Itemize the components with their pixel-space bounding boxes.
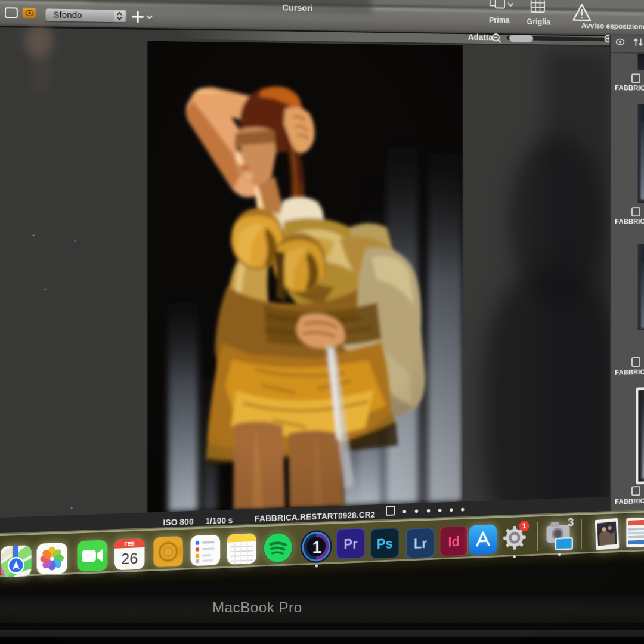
svg-text:Id: Id	[448, 534, 460, 550]
svg-text:26: 26	[121, 549, 138, 568]
svg-text:Lr: Lr	[414, 535, 427, 552]
svg-text:FEB: FEB	[125, 541, 135, 547]
svg-text:1: 1	[312, 537, 322, 557]
svg-text:Pr: Pr	[343, 535, 357, 552]
svg-text:1: 1	[522, 522, 526, 530]
svg-text:3: 3	[568, 518, 574, 528]
svg-text:Ps: Ps	[377, 535, 393, 552]
